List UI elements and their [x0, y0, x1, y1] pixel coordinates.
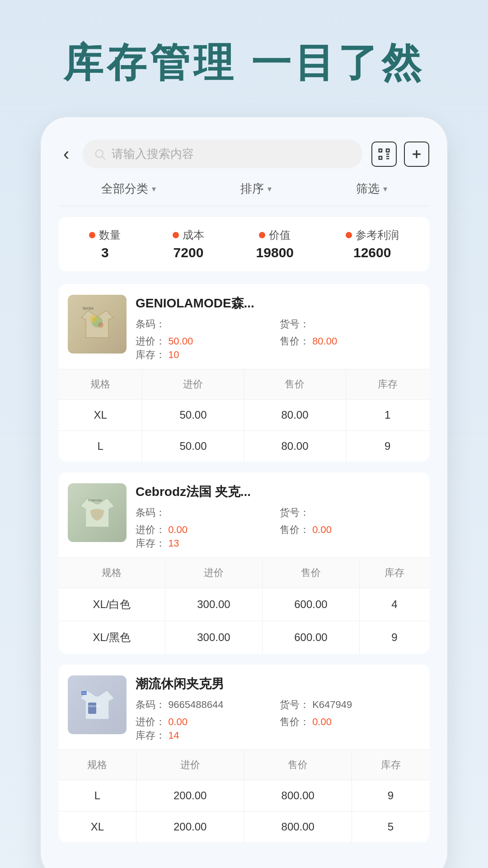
- svg-text:NASA: NASA: [83, 306, 94, 311]
- product-image-2: Cebrods: [68, 483, 127, 542]
- spec-buy-2-2: 300.00: [165, 621, 262, 654]
- spec-sell-3-2: 800.00: [244, 811, 352, 843]
- spec-sell-3-1: 800.00: [244, 780, 352, 811]
- svg-text:Cebrods: Cebrods: [88, 498, 102, 502]
- spec-size-2-2: XL/黑色: [59, 621, 165, 654]
- spec-size-1-2: L: [59, 431, 142, 462]
- stat-profit-label: 参考利润: [346, 228, 399, 242]
- stat-quantity-text: 数量: [99, 228, 121, 242]
- spec-sell-2-2: 600.00: [262, 621, 359, 654]
- product-meta-1: 条码： 货号： 进价： 50.00 售价： 80.00: [136, 317, 420, 348]
- spec-sell-1-2: 80.00: [244, 431, 346, 462]
- product-info-1: GENIOLAMODE森... 条码： 货号： 进价： 50.00: [136, 295, 420, 362]
- specs-header-spec-2: 规格: [59, 558, 165, 588]
- product-barcode-3: 条码： 9665488644: [136, 698, 276, 712]
- product-meta-2: 条码： 货号： 进价： 0.00 售价： 0.00: [136, 506, 420, 537]
- stat-cost-dot: [173, 232, 179, 238]
- specs-row-3-2: XL 200.00 800.00 5: [59, 811, 429, 843]
- spec-stock-2-1: 4: [359, 588, 429, 621]
- product-header-2: Cebrods Cebrodz法国 夹克... 条码： 货号： 进价：: [59, 472, 429, 557]
- specs-row-2-2: XL/黑色 300.00 600.00 9: [59, 621, 429, 654]
- top-bar: ‹ 请输入搜索内容: [59, 140, 429, 168]
- filter-sort[interactable]: 排序 ▾: [240, 181, 272, 197]
- svg-rect-3: [386, 149, 389, 151]
- scan-button[interactable]: [371, 142, 397, 167]
- product-card-1: NASA GENIOLAMODE森... 条码： 货号： 进价：: [59, 284, 429, 462]
- stat-cost-text: 成本: [183, 228, 204, 242]
- svg-line-1: [103, 156, 105, 159]
- spec-stock-1-1: 1: [346, 400, 429, 431]
- product-name-3: 潮流休闲夹克男: [136, 675, 420, 693]
- spec-buy-1-1: 50.00: [142, 400, 244, 431]
- filter-category-label: 全部分类: [101, 181, 148, 197]
- top-icon-group: [371, 142, 429, 167]
- svg-point-11: [90, 315, 97, 322]
- svg-rect-2: [379, 149, 382, 151]
- back-button[interactable]: ‹: [59, 144, 74, 164]
- stat-cost-value: 7200: [173, 245, 204, 260]
- page-headline: 库存管理 一目了然: [0, 36, 488, 90]
- product-image-1: NASA: [68, 295, 127, 354]
- spec-size-2-1: XL/白色: [59, 588, 165, 621]
- spec-stock-3-1: 9: [352, 780, 430, 811]
- product-sellprice-3: 售价： 0.00: [280, 715, 420, 729]
- specs-row-2-1: XL/白色 300.00 600.00 4: [59, 588, 429, 621]
- product-itemno-1: 货号：: [280, 317, 420, 331]
- search-placeholder-text: 请输入搜索内容: [112, 146, 194, 162]
- product-info-2: Cebrodz法国 夹克... 条码： 货号： 进价： 0.00: [136, 483, 420, 550]
- specs-table-3: 规格 进价 售价 库存 L 200.00 800.00 9 XL: [59, 750, 429, 842]
- stat-quantity-value: 3: [89, 245, 121, 260]
- specs-header-stock-3: 库存: [352, 750, 430, 780]
- product-sellprice-1: 售价： 80.00: [280, 335, 420, 348]
- spec-size-3-2: XL: [59, 811, 136, 843]
- phone-card: ‹ 请输入搜索内容: [41, 117, 447, 868]
- add-button[interactable]: [404, 142, 429, 167]
- product-stock-3: 库存： 14: [136, 729, 420, 742]
- specs-header-stock-1: 库存: [346, 369, 429, 400]
- specs-table-1: 规格 进价 售价 库存 XL 50.00 80.00 1 L: [59, 369, 429, 462]
- clothing-svg-1: NASA: [75, 302, 120, 347]
- specs-row-3-1: L 200.00 800.00 9: [59, 780, 429, 811]
- stat-profit-dot: [346, 232, 352, 238]
- filter-category[interactable]: 全部分类 ▾: [101, 181, 156, 197]
- filter-sort-label: 排序: [240, 181, 264, 197]
- stat-profit-text: 参考利润: [356, 228, 399, 242]
- product-info-3: 潮流休闲夹克男 条码： 9665488644 货号： K647949 进价： 0: [136, 675, 420, 742]
- product-barcode-2: 条码：: [136, 506, 276, 519]
- specs-header-spec-1: 规格: [59, 369, 142, 400]
- specs-table-2: 规格 进价 售价 库存 XL/白色 300.00 600.00 4 XL/黑色: [59, 557, 429, 654]
- product-header-3: DREAMS NASA 潮流休闲夹克男 条码： 9665488644 货号：: [59, 665, 429, 750]
- product-name-1: GENIOLAMODE森...: [136, 295, 420, 312]
- spec-stock-2-2: 9: [359, 621, 429, 654]
- product-meta-3: 条码： 9665488644 货号： K647949 进价： 0.00 售价: [136, 698, 420, 729]
- spec-buy-3-1: 200.00: [136, 780, 244, 811]
- filter-category-arrow: ▾: [152, 184, 156, 194]
- product-itemno-2: 货号：: [280, 506, 420, 519]
- product-buyprice-2: 进价： 0.00: [136, 523, 276, 537]
- spec-buy-3-2: 200.00: [136, 811, 244, 843]
- product-card-3: DREAMS NASA 潮流休闲夹克男 条码： 9665488644 货号：: [59, 665, 429, 842]
- filter-screen-arrow: ▾: [383, 184, 387, 194]
- product-sellprice-2: 售价： 0.00: [280, 523, 420, 537]
- product-image-3: DREAMS NASA: [68, 675, 127, 734]
- svg-point-12: [98, 322, 103, 328]
- svg-point-0: [96, 150, 103, 157]
- search-bar[interactable]: 请输入搜索内容: [83, 140, 362, 168]
- stat-profit: 参考利润 12600: [346, 228, 399, 260]
- stat-cost-label: 成本: [173, 228, 204, 242]
- stat-value-label: 价值: [256, 228, 294, 242]
- stat-value-dot: [259, 232, 265, 238]
- spec-buy-2-1: 300.00: [165, 588, 262, 621]
- product-name-2: Cebrodz法国 夹克...: [136, 483, 420, 500]
- stat-value-text: 价值: [269, 228, 291, 242]
- add-icon: [410, 147, 423, 161]
- stat-value: 价值 19800: [256, 228, 294, 260]
- spec-size-1-1: XL: [59, 400, 142, 431]
- stat-profit-value: 12600: [346, 245, 399, 260]
- spec-buy-1-2: 50.00: [142, 431, 244, 462]
- scan-icon: [377, 147, 391, 161]
- product-stock-2: 库存： 13: [136, 537, 420, 550]
- filter-row: 全部分类 ▾ 排序 ▾ 筛选 ▾: [59, 181, 429, 206]
- filter-screen[interactable]: 筛选 ▾: [356, 181, 387, 197]
- stat-quantity-label: 数量: [89, 228, 121, 242]
